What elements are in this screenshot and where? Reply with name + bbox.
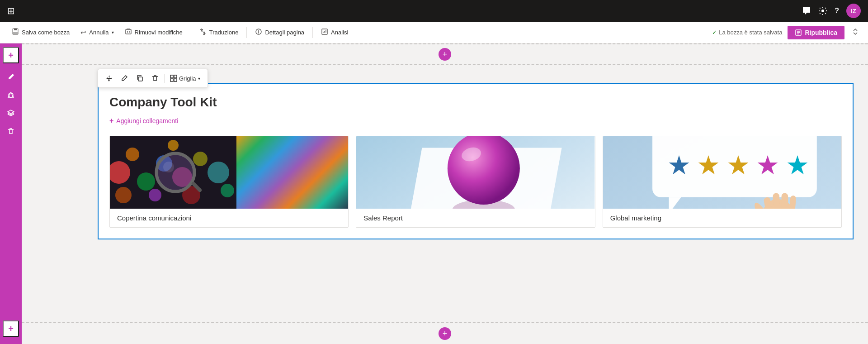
svg-point-24 bbox=[149, 189, 161, 201]
add-links-button[interactable]: + Aggiungi collegamenti bbox=[109, 117, 842, 125]
analytics-icon bbox=[321, 28, 328, 37]
remove-changes-button[interactable]: Rimuovi modifiche bbox=[120, 25, 187, 39]
svg-rect-2 bbox=[14, 29, 17, 30]
svg-point-18 bbox=[137, 172, 155, 191]
svg-rect-10 bbox=[138, 77, 142, 81]
undo-button[interactable]: ↩ Annulla ▾ bbox=[76, 26, 118, 39]
settings-icon[interactable] bbox=[818, 6, 827, 15]
undo-label: Annulla bbox=[89, 29, 108, 36]
svg-rect-3 bbox=[13, 32, 18, 34]
help-icon[interactable]: ? bbox=[835, 7, 839, 15]
feedback-icon[interactable] bbox=[802, 6, 811, 15]
sidebar-add-top-button[interactable]: + bbox=[3, 47, 19, 63]
add-links-icon: + bbox=[109, 117, 113, 125]
remove-icon bbox=[125, 28, 132, 37]
webpart-title: Company Tool Kit bbox=[109, 95, 842, 110]
sidebar-layers-icon[interactable] bbox=[3, 105, 19, 121]
undo-icon: ↩ bbox=[80, 29, 86, 37]
card-2[interactable]: Sales Report bbox=[356, 136, 595, 228]
save-draft-label: Salva come bozza bbox=[22, 29, 70, 36]
cards-grid: Copertina comunicazioni bbox=[109, 136, 842, 228]
svg-rect-13 bbox=[170, 79, 173, 81]
card-3[interactable]: ★ ★ ★ ★ ★ bbox=[603, 136, 842, 228]
svg-point-27 bbox=[168, 140, 179, 151]
save-draft-button[interactable]: Salva come bozza bbox=[7, 25, 74, 39]
grid-label: Griglia bbox=[179, 75, 196, 82]
card-2-label: Sales Report bbox=[356, 209, 594, 227]
card-2-image bbox=[356, 136, 594, 209]
svg-point-17 bbox=[126, 148, 139, 161]
sidebar-edit-icon[interactable] bbox=[3, 69, 19, 85]
undo-chevron-icon[interactable]: ▾ bbox=[112, 30, 114, 35]
svg-rect-4 bbox=[126, 29, 131, 34]
topnav-right: ? IZ bbox=[802, 4, 861, 18]
svg-text:★: ★ bbox=[726, 150, 750, 180]
svg-text:★: ★ bbox=[785, 150, 809, 180]
translation-label: Traduzione bbox=[209, 29, 239, 36]
top-navbar: ⊞ ? IZ bbox=[0, 0, 868, 22]
card-3-image: ★ ★ ★ ★ ★ bbox=[603, 136, 841, 209]
svg-text:★: ★ bbox=[756, 150, 779, 180]
translation-button[interactable]: Traduzione bbox=[195, 25, 243, 39]
saved-status: ✓ La bozza è stata salvata bbox=[712, 29, 782, 36]
card-3-label: Global marketing bbox=[603, 209, 841, 227]
svg-text:★: ★ bbox=[667, 150, 690, 180]
delete-button[interactable] bbox=[148, 71, 162, 86]
svg-point-21 bbox=[193, 152, 208, 166]
sidebar-delete-icon[interactable] bbox=[3, 123, 19, 139]
save-icon bbox=[12, 28, 19, 37]
toolbar-divider-3 bbox=[312, 27, 313, 38]
card-1-label: Copertina comunicazioni bbox=[110, 209, 348, 227]
collapse-button[interactable] bbox=[850, 26, 861, 39]
svg-point-22 bbox=[208, 162, 229, 183]
card-2-svg bbox=[356, 136, 594, 209]
translation-icon bbox=[199, 28, 207, 37]
move-button[interactable] bbox=[102, 71, 116, 86]
saved-text-label: La bozza è stata salvata bbox=[719, 29, 782, 36]
webpart-container: Company Tool Kit + Aggiungi collegamenti bbox=[98, 83, 854, 239]
svg-point-23 bbox=[115, 187, 132, 203]
left-sidebar: + + bbox=[0, 43, 22, 344]
analytics-label: Analisi bbox=[331, 29, 348, 36]
toolbar-right: ✓ La bozza è stata salvata Ripubblica bbox=[712, 26, 861, 39]
card-1-image bbox=[110, 136, 348, 209]
sidebar-add-bottom-button[interactable]: + bbox=[3, 320, 19, 337]
add-section-top: + bbox=[22, 43, 868, 65]
svg-point-26 bbox=[221, 184, 234, 197]
apps-grid-icon[interactable]: ⊞ bbox=[7, 5, 15, 16]
svg-point-31 bbox=[158, 155, 193, 190]
card-1-bg bbox=[110, 136, 348, 209]
toolbar-divider-1 bbox=[191, 27, 191, 38]
page-details-label: Dettagli pagina bbox=[265, 29, 304, 36]
page-details-icon bbox=[255, 28, 262, 37]
grid-button[interactable]: Griglia ▾ bbox=[166, 71, 204, 86]
remove-changes-label: Rimuovi modifiche bbox=[135, 29, 183, 36]
svg-rect-48 bbox=[781, 193, 788, 209]
floating-toolbar: Griglia ▾ bbox=[98, 69, 208, 88]
analytics-button[interactable]: Analisi bbox=[316, 25, 353, 39]
check-icon: ✓ bbox=[712, 29, 717, 36]
republish-button[interactable]: Ripubblica bbox=[788, 26, 844, 39]
card-1[interactable]: Copertina comunicazioni bbox=[109, 136, 349, 228]
card-3-svg: ★ ★ ★ ★ ★ bbox=[603, 136, 841, 209]
add-section-bottom-button[interactable]: + bbox=[439, 327, 451, 340]
grid-chevron-icon: ▾ bbox=[198, 76, 200, 81]
content-area: + Griglia ▾ Company Tool bbox=[22, 43, 868, 344]
svg-rect-14 bbox=[174, 79, 177, 81]
page-details-button[interactable]: Dettagli pagina bbox=[250, 25, 309, 39]
copy-button[interactable] bbox=[132, 71, 147, 86]
svg-rect-11 bbox=[170, 75, 173, 78]
float-divider bbox=[164, 74, 165, 83]
page-toolbar: Salva come bozza ↩ Annulla ▾ Rimuovi mod… bbox=[0, 22, 868, 43]
republish-label: Ripubblica bbox=[805, 29, 837, 36]
sidebar-add-bottom: + bbox=[3, 320, 19, 340]
svg-rect-12 bbox=[174, 75, 177, 78]
svg-point-0 bbox=[821, 10, 824, 12]
add-section-bottom: + bbox=[22, 322, 868, 344]
add-section-top-button[interactable]: + bbox=[439, 48, 451, 61]
user-avatar[interactable]: IZ bbox=[846, 4, 861, 18]
main-area: + + + bbox=[0, 43, 868, 344]
edit-button[interactable] bbox=[117, 71, 132, 86]
svg-text:★: ★ bbox=[697, 150, 720, 180]
sidebar-shapes-icon[interactable] bbox=[3, 87, 19, 103]
